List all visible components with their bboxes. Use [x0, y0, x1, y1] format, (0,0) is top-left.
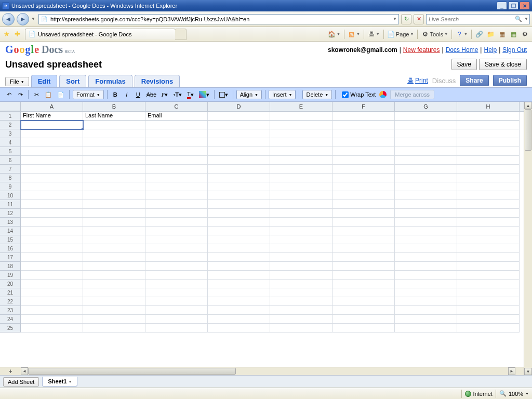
cell[interactable] [208, 191, 270, 200]
cell[interactable] [332, 288, 395, 297]
strikethrough-button[interactable]: Abc [145, 89, 158, 100]
zoom-control[interactable]: 🔍100%▼ [499, 390, 529, 397]
cell[interactable] [208, 271, 270, 280]
cell[interactable] [270, 288, 332, 297]
cell[interactable] [145, 121, 208, 129]
cell[interactable] [145, 262, 208, 271]
cell[interactable] [83, 324, 145, 332]
cell[interactable] [208, 297, 270, 306]
cell[interactable] [270, 280, 332, 288]
cell[interactable] [83, 147, 145, 156]
cell[interactable] [83, 235, 145, 244]
tab-revisions[interactable]: Revisions [135, 75, 180, 87]
cell[interactable] [395, 262, 457, 271]
addon-icon-4[interactable]: ▦ [508, 29, 518, 39]
cell[interactable] [332, 191, 395, 200]
search-input[interactable] [427, 16, 514, 22]
cell[interactable] [395, 209, 457, 218]
cell[interactable] [21, 121, 83, 129]
undo-button[interactable]: ↶ [4, 89, 14, 100]
cell[interactable] [457, 129, 520, 138]
tools-menu[interactable]: ⚙Tools▼ [420, 29, 449, 39]
cell[interactable] [395, 156, 457, 165]
cell[interactable] [395, 129, 457, 138]
cell[interactable] [457, 235, 520, 244]
column-header[interactable]: C [145, 102, 208, 111]
cell[interactable] [395, 244, 457, 253]
cell[interactable] [332, 297, 395, 306]
cell[interactable] [145, 174, 208, 182]
cell[interactable] [457, 227, 520, 235]
fill-color-button[interactable]: ▾ [197, 89, 211, 100]
back-button[interactable]: ◄ [2, 13, 15, 25]
cell[interactable] [457, 218, 520, 227]
cell[interactable] [332, 129, 395, 138]
search-dropdown[interactable]: ▼ [523, 17, 529, 21]
cell[interactable] [395, 297, 457, 306]
cell[interactable] [83, 280, 145, 288]
row-header[interactable]: 15 [0, 235, 21, 244]
cell[interactable] [395, 112, 457, 121]
cell[interactable] [332, 227, 395, 235]
cell[interactable] [395, 253, 457, 262]
copy-button[interactable]: 📋 [43, 89, 54, 100]
column-header[interactable]: D [208, 102, 270, 111]
cell[interactable] [270, 227, 332, 235]
cell[interactable] [145, 288, 208, 297]
row-header[interactable]: 21 [0, 288, 21, 297]
cell[interactable] [145, 244, 208, 253]
row-header[interactable]: 23 [0, 306, 21, 315]
cell[interactable] [208, 306, 270, 315]
cell[interactable] [21, 315, 83, 324]
cell[interactable] [332, 165, 395, 174]
cell[interactable] [21, 182, 83, 191]
row-header[interactable]: 22 [0, 297, 21, 306]
cell[interactable] [208, 200, 270, 209]
cell[interactable] [457, 297, 520, 306]
cell[interactable] [332, 156, 395, 165]
cell[interactable] [21, 288, 83, 297]
cell[interactable] [208, 262, 270, 271]
cell[interactable] [21, 156, 83, 165]
cell[interactable] [145, 324, 208, 332]
cell[interactable] [270, 112, 332, 121]
cell[interactable] [270, 174, 332, 182]
cell[interactable] [270, 218, 332, 227]
cell[interactable] [83, 271, 145, 280]
cell[interactable] [21, 271, 83, 280]
cell[interactable] [270, 138, 332, 147]
row-header[interactable]: 1 [0, 112, 21, 121]
paste-button[interactable]: 📄 [56, 89, 66, 100]
cell[interactable] [457, 121, 520, 129]
cell[interactable] [270, 121, 332, 129]
help-button[interactable]: ?▼ [454, 29, 469, 39]
cell[interactable] [332, 200, 395, 209]
cell[interactable] [208, 218, 270, 227]
cell[interactable] [83, 129, 145, 138]
cell[interactable] [270, 129, 332, 138]
cell[interactable] [21, 297, 83, 306]
cell[interactable] [83, 209, 145, 218]
row-header[interactable]: 2 [0, 121, 21, 129]
browser-tab[interactable]: 📄 Unsaved spreadsheet - Google Docs [25, 29, 176, 40]
cell[interactable] [83, 165, 145, 174]
address-bar[interactable]: 📄 ▼ [38, 14, 399, 24]
cell[interactable]: First Name [21, 112, 83, 121]
cell[interactable] [270, 200, 332, 209]
addon-icon-2[interactable]: 📁 [485, 29, 496, 39]
cell[interactable] [395, 165, 457, 174]
cell[interactable] [270, 156, 332, 165]
cell[interactable] [83, 306, 145, 315]
cell[interactable] [332, 315, 395, 324]
cell[interactable] [457, 262, 520, 271]
new-features-link[interactable]: New features [403, 46, 440, 54]
cell[interactable] [145, 235, 208, 244]
help-link[interactable]: Help [484, 46, 497, 54]
format-menu[interactable]: Format▼ [73, 90, 104, 99]
cell[interactable] [83, 315, 145, 324]
cell[interactable] [145, 227, 208, 235]
cell[interactable] [208, 253, 270, 262]
cell[interactable] [457, 288, 520, 297]
cell[interactable] [332, 112, 395, 121]
cell[interactable] [83, 182, 145, 191]
